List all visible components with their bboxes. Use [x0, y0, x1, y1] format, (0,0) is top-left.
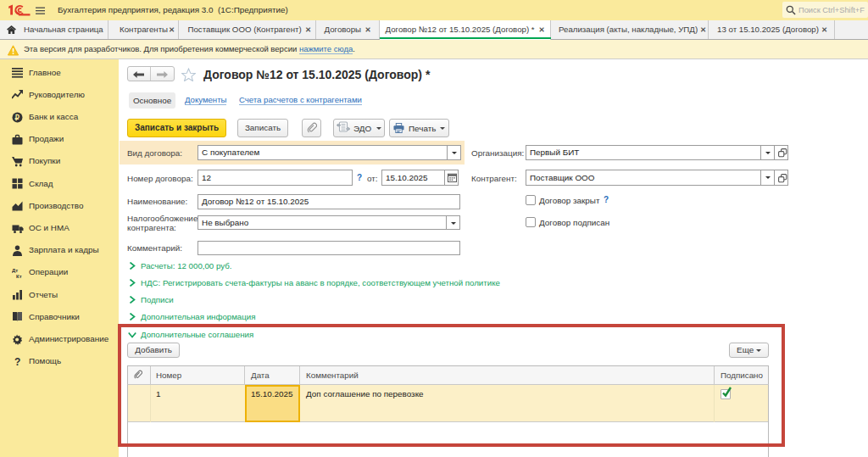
svg-text:?: ?: [14, 356, 20, 367]
svg-text:Кт: Кт: [16, 274, 22, 279]
svg-text:Дт: Дт: [12, 268, 18, 273]
svg-text:₽: ₽: [15, 113, 20, 121]
